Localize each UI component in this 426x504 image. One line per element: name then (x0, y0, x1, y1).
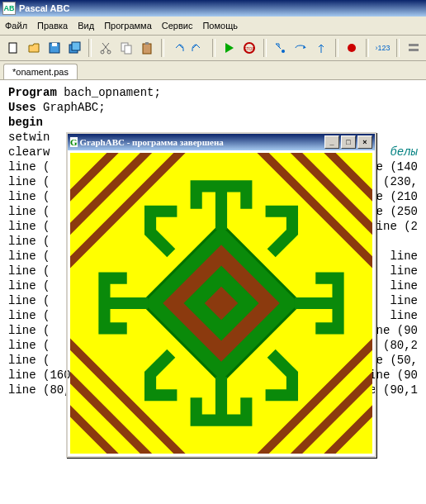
svg-point-13 (282, 50, 285, 53)
kw-program: Program (8, 86, 57, 99)
step-into-icon[interactable] (271, 38, 290, 58)
svg-rect-8 (125, 45, 131, 54)
tabbar: *onament.pas (0, 61, 426, 80)
step-over-icon[interactable] (291, 38, 310, 58)
svg-text:STOP: STOP (244, 46, 255, 51)
menu-edit[interactable]: Правка (37, 21, 68, 31)
graph-title: GraphABC - программа завершена (80, 137, 224, 147)
svg-rect-9 (143, 44, 151, 54)
redo-icon[interactable] (189, 38, 208, 58)
app-titlebar: AB Pascal ABC (0, 0, 426, 17)
kw-uses: Uses (8, 101, 36, 114)
svg-rect-10 (145, 42, 149, 45)
save-icon[interactable] (45, 38, 64, 58)
graph-canvas (70, 153, 372, 454)
menu-view[interactable]: Вид (78, 21, 94, 31)
close-button[interactable]: × (357, 136, 372, 149)
menu-service[interactable]: Сервис (162, 21, 193, 31)
step-out-icon[interactable] (312, 38, 331, 58)
save-all-icon[interactable] (65, 38, 84, 58)
cut-icon[interactable] (96, 38, 115, 58)
maximize-button[interactable]: □ (341, 136, 356, 149)
copy-icon[interactable] (116, 38, 135, 58)
tab-onament[interactable]: *onament.pas (3, 64, 78, 79)
app-icon: AB (2, 2, 16, 15)
graph-app-icon: G (70, 137, 78, 147)
menu-help[interactable]: Помощь (202, 21, 238, 31)
open-file-icon[interactable] (24, 38, 43, 58)
menu-file[interactable]: Файл (5, 21, 27, 31)
new-file-icon[interactable] (3, 38, 22, 58)
menubar: Файл Правка Вид Программа Сервис Помощь (0, 17, 426, 36)
kw-begin: begin (8, 116, 43, 129)
svg-point-14 (348, 44, 356, 52)
menu-program[interactable]: Программа (104, 21, 152, 31)
graph-titlebar[interactable]: G GraphABC - программа завершена _ □ × (68, 134, 375, 150)
svg-rect-2 (52, 43, 57, 46)
svg-rect-15 (409, 44, 419, 46)
svg-rect-0 (9, 43, 17, 53)
undo-icon[interactable] (168, 38, 187, 58)
app-title: Pascal ABC (19, 3, 69, 13)
svg-rect-16 (409, 49, 419, 51)
graphabc-window[interactable]: G GraphABC - программа завершена _ □ × (66, 132, 376, 458)
breakpoint-icon[interactable] (343, 38, 362, 58)
stop-icon[interactable]: STOP (240, 38, 259, 58)
paste-icon[interactable] (137, 38, 156, 58)
settings-icon[interactable] (404, 38, 423, 58)
toolbar: STOP ›123 (0, 36, 426, 61)
svg-rect-4 (72, 42, 80, 50)
goto-line-icon[interactable]: ›123 (373, 38, 392, 58)
run-icon[interactable] (220, 38, 239, 58)
minimize-button[interactable]: _ (324, 136, 339, 149)
